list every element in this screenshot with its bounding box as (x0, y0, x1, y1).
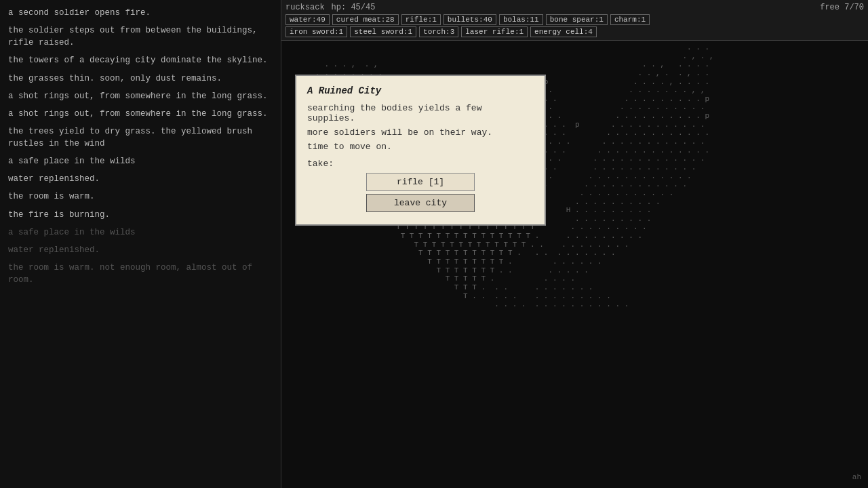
modal-body: searching the bodies yields a few suppli… (307, 103, 534, 152)
log-entry: a second soldier opens fire. (8, 7, 273, 19)
modal-line3: time to move on. (307, 142, 534, 152)
log-entry: the grasses thin. soon, only dust remain… (8, 73, 273, 85)
game-area: rucksack hp: 45/45 free 7/70 water:49cur… (281, 0, 868, 488)
log-entry: the trees yield to dry grass. the yellow… (8, 125, 273, 150)
log-entry: water replenished. (8, 244, 273, 256)
inventory-item[interactable]: charm:1 (610, 14, 650, 25)
log-entry: a safe place in the wilds (8, 226, 273, 239)
hud-bar: rucksack hp: 45/45 free 7/70 water:49cur… (281, 0, 868, 41)
cursor-pos: ah (852, 473, 861, 481)
inventory-item[interactable]: laser rifle:1 (461, 26, 528, 37)
inventory-item[interactable]: bullets:40 (443, 14, 496, 25)
hud-row1: rucksack hp: 45/45 free 7/70 (285, 3, 864, 12)
log-entry: the towers of a decaying city dominate t… (8, 54, 273, 66)
inventory-item[interactable]: bolas:11 (499, 14, 543, 25)
take-label: take: (307, 159, 534, 169)
log-entry: the soldier steps out from between the b… (8, 24, 273, 49)
log-entry: water replenished. (8, 173, 273, 185)
hud-items-row2: iron sword:1steel sword:1torch:3laser ri… (285, 26, 864, 37)
inventory-item[interactable]: rifle:1 (401, 14, 441, 25)
inventory-item[interactable]: steel sword:1 (350, 26, 416, 37)
rucksack-label: rucksack (285, 3, 325, 12)
take-rifle-button[interactable]: rifle [1] (366, 173, 475, 191)
leave-city-button[interactable]: leave city (366, 194, 475, 212)
inventory-item[interactable]: water:49 (285, 14, 330, 25)
location-modal: A Ruined City searching the bodies yield… (295, 75, 546, 226)
log-entry: a shot rings out, from somewhere in the … (8, 108, 273, 120)
log-entry: the room is warm. not enough room, almos… (8, 262, 273, 286)
log-entry: the room is warm. (8, 190, 273, 203)
hp-display: hp: 45/45 (332, 3, 376, 12)
log-entry: the fire is burning. (8, 209, 273, 221)
hud-items-row1: water:49cured meat:28rifle:1bullets:40bo… (285, 14, 864, 25)
modal-title: A Ruined City (307, 85, 534, 96)
log-entry: a safe place in the wilds (8, 155, 273, 167)
inventory-item[interactable]: bone spear:1 (546, 14, 608, 25)
free-display: free 7/70 (820, 3, 864, 12)
modal-line2: more soldiers will be on their way. (307, 127, 534, 138)
modal-line1: searching the bodies yields a few suppli… (307, 103, 534, 123)
inventory-item[interactable]: energy cell:4 (530, 26, 597, 37)
narrative-log: a second soldier opens fire.the soldier … (0, 0, 281, 488)
log-entry: a shot rings out, from somewhere in the … (8, 90, 273, 102)
inventory-item[interactable]: cured meat:28 (332, 14, 399, 25)
inventory-item[interactable]: iron sword:1 (285, 26, 347, 37)
inventory-item[interactable]: torch:3 (419, 26, 458, 37)
game-map: . . . . , . , . . . , . , . . , . . . . (281, 41, 868, 488)
